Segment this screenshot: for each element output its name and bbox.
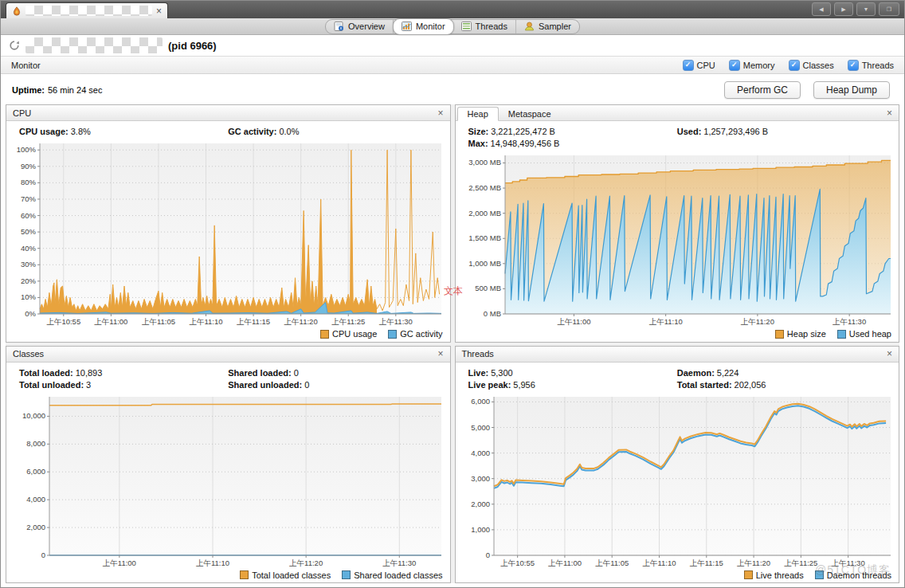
heap-tab[interactable]: Heap [457, 107, 499, 121]
legend-item: Heap size [775, 329, 826, 339]
site-watermark: @51CTO博客 [815, 563, 891, 578]
heap-panel-header: Heap Metaspace × [456, 105, 899, 121]
tab-monitor[interactable]: Monitor [393, 18, 454, 35]
sampler-icon [524, 22, 535, 31]
monitor-panels: CPU × CPU usage:3.8% GC activity:0.0% 0%… [6, 104, 899, 583]
legend-swatch-icon [744, 570, 753, 579]
svg-text:10%: 10% [21, 292, 37, 301]
svg-text:上午11:30: 上午11:30 [833, 317, 866, 326]
visualvm-window: × ◀ ▶ ▼ ❐ Overview Monitor Threads [0, 0, 905, 588]
heap-dump-button[interactable]: Heap Dump [813, 81, 890, 99]
tab-close-icon[interactable]: × [156, 6, 162, 16]
tab-monitor-label: Monitor [416, 22, 445, 31]
classes-panel-header: Classes × [6, 347, 450, 363]
tab-threads[interactable]: Threads [453, 20, 516, 33]
svg-text:50%: 50% [21, 227, 37, 236]
monitor-icon [402, 22, 412, 31]
classes-panel-close-icon[interactable]: × [437, 349, 443, 359]
threads-panel-header: Threads × [456, 347, 899, 363]
view-segmented-control: Overview Monitor Threads Sampler [325, 19, 580, 34]
svg-text:2,500 MB: 2,500 MB [468, 183, 501, 192]
legend-item: Total loaded classes [240, 570, 331, 580]
svg-text:0%: 0% [25, 309, 36, 318]
heap-panel: Heap Metaspace × Size:3,221,225,472 B Us… [455, 104, 900, 343]
legend-swatch-icon [388, 330, 397, 339]
tabstrip-buttons: ◀ ▶ ▼ ❐ [812, 2, 899, 18]
svg-text:上午11:10: 上午11:10 [189, 317, 222, 326]
threads-panel: Threads × Live:5,300 Daemon:5,224 Live p… [455, 346, 900, 584]
svg-text:40%: 40% [21, 244, 37, 253]
uptime-value: 56 min 24 sec [48, 85, 102, 95]
classes-stats: Total loaded:10,893 Shared loaded:0 Tota… [6, 363, 450, 391]
check-icon: ✓ [731, 61, 738, 69]
svg-text:0: 0 [41, 551, 45, 559]
threads-panel-close-icon[interactable]: × [887, 349, 892, 359]
heap-panel-close-icon[interactable]: × [887, 108, 899, 118]
cpu-panel: CPU × CPU usage:3.8% GC activity:0.0% 0%… [6, 104, 451, 343]
metaspace-tab[interactable]: Metaspace [499, 108, 561, 120]
svg-text:80%: 80% [21, 178, 37, 186]
legend-label: Used heap [849, 329, 891, 339]
checkbox-item-cpu[interactable]: ✓ CPU [683, 60, 715, 71]
monitor-section-title: Monitor [11, 61, 41, 70]
svg-text:4,000: 4,000 [471, 448, 490, 457]
heap-chart[interactable]: 0 MB500 MB1,000 MB1,500 MB2,000 MB2,500 … [460, 151, 895, 327]
svg-text:上午11:30: 上午11:30 [382, 559, 416, 567]
svg-text:上午11:15: 上午11:15 [689, 559, 723, 567]
classes-panel-title: Classes [13, 349, 437, 359]
total-loaded-stat: Total loaded:10,893 [19, 368, 228, 378]
legend-label: Heap size [787, 329, 826, 339]
tab-overview-label: Overview [348, 22, 385, 31]
svg-text:上午11:00: 上午11:00 [557, 317, 590, 326]
svg-text:3,000 MB: 3,000 MB [468, 158, 501, 167]
cpu-chart[interactable]: 0%10%20%30%40%50%60%70%80%90%100%上午10:55… [11, 139, 445, 327]
threads-chart[interactable]: 01,0002,0003,0004,0005,0006,000上午10:55上午… [460, 393, 895, 569]
svg-text:1,500 MB: 1,500 MB [468, 233, 501, 242]
svg-text:20%: 20% [21, 276, 37, 285]
svg-text:2,000: 2,000 [26, 523, 45, 531]
tab-sampler[interactable]: Sampler [516, 20, 579, 33]
tab-sampler-label: Sampler [539, 22, 571, 31]
legend-label: CPU usage [332, 329, 377, 339]
checkbox-item-threads[interactable]: ✓ Threads [848, 60, 894, 71]
application-header: (pid 6966) [1, 35, 904, 56]
uptime-row: Uptime: 56 min 24 sec Perform GC Heap Du… [1, 74, 904, 105]
cpu-panel-title: CPU [13, 108, 437, 118]
check-icon: ✓ [850, 61, 856, 69]
svg-text:100%: 100% [17, 145, 37, 154]
scroll-left-button[interactable]: ◀ [812, 2, 831, 16]
document-tab[interactable]: × [6, 2, 168, 18]
gc-activity-stat: GC activity:0.0% [228, 127, 437, 136]
perform-gc-button[interactable]: Perform GC [724, 81, 801, 99]
cpu-chart-svg: 0%10%20%30%40%50%60%70%80%90%100%上午10:55… [11, 139, 445, 327]
tab-overview[interactable]: Overview [326, 20, 394, 33]
cpu-checkbox-label: CPU [697, 61, 715, 70]
visualvm-app-icon [12, 6, 22, 16]
tab-list-dropdown-button[interactable]: ▼ [856, 2, 876, 16]
classes-checkbox-label: Classes [803, 61, 834, 70]
cpu-stats: CPU usage:3.8% GC activity:0.0% [6, 121, 450, 138]
legend-swatch-icon [837, 330, 846, 339]
classes-checkbox-checked[interactable]: ✓ [789, 60, 800, 71]
cpu-panel-close-icon[interactable]: × [437, 108, 443, 118]
maximize-button[interactable]: ❐ [879, 2, 899, 16]
svg-text:2,000: 2,000 [471, 499, 490, 508]
legend-swatch-icon [342, 570, 351, 579]
refresh-icon[interactable] [9, 40, 20, 51]
shared-unloaded-stat: Shared unloaded:0 [228, 380, 437, 390]
svg-text:0: 0 [485, 551, 489, 559]
svg-text:上午11:10: 上午11:10 [196, 559, 229, 567]
svg-text:上午11:10: 上午11:10 [642, 559, 676, 567]
threads-checkbox-checked[interactable]: ✓ [848, 60, 859, 71]
scroll-right-button[interactable]: ▶ [834, 2, 853, 16]
checkbox-item-classes[interactable]: ✓ Classes [789, 60, 834, 71]
classes-chart[interactable]: 02,0004,0006,0008,00010,000上午11:00上午11:1… [11, 393, 445, 569]
cpu-checkbox-checked[interactable]: ✓ [683, 60, 694, 71]
svg-text:上午11:25: 上午11:25 [331, 317, 365, 326]
svg-text:2,000 MB: 2,000 MB [468, 209, 501, 218]
memory-checkbox-label: Memory [743, 61, 775, 70]
checkbox-item-memory[interactable]: ✓ Memory [729, 60, 775, 71]
legend-item: Live threads [744, 570, 804, 580]
memory-checkbox-checked[interactable]: ✓ [729, 60, 740, 71]
live-threads-stat: Live:5,300 [468, 368, 677, 378]
